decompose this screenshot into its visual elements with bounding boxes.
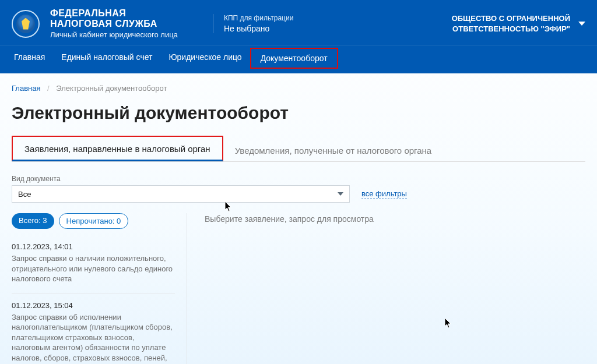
nav-home[interactable]: Главная [6, 45, 53, 73]
list-item[interactable]: 01.12.2023, 15:04 Запрос справки об испо… [12, 294, 175, 364]
kpp-filter[interactable]: КПП для фильтрации Не выбрано [213, 14, 293, 33]
tab-sent[interactable]: Заявления, направленные в налоговый орга… [12, 136, 223, 161]
chevron-down-icon [338, 192, 343, 196]
org-name: ОБЩЕСТВО С ОГРАНИЧЕННОЙ ОТВЕТСТВЕННОСТЬЮ… [410, 13, 570, 34]
filter-kind: Вид документа Все [12, 175, 350, 203]
filter-kind-value: Все [18, 190, 31, 199]
tabs: Заявления, направленные в налоговый орга… [12, 136, 585, 162]
all-filters-link[interactable]: все фильтры [361, 189, 407, 199]
header-left: ФЕДЕРАЛЬНАЯ НАЛОГОВАЯ СЛУЖБА Личный каби… [48, 8, 402, 39]
item-desc: Запрос справки о наличии положительного,… [12, 253, 175, 284]
left-col: Всего: 3 Непрочитано: 0 01.12.2023, 14:0… [12, 213, 175, 364]
item-desc: Запрос справки об исполнении налогоплате… [12, 312, 175, 364]
header: ФЕДЕРАЛЬНАЯ НАЛОГОВАЯ СЛУЖБА Личный каби… [0, 0, 597, 45]
nav-account[interactable]: Единый налоговый счет [53, 45, 160, 73]
item-date: 01.12.2023, 15:04 [12, 301, 175, 310]
kpp-label: КПП для фильтрации [224, 14, 293, 22]
filter-row: Вид документа Все все фильтры [12, 175, 585, 203]
kpp-value: Не выбрано [224, 24, 293, 33]
header-title-line2: НАЛОГОВАЯ СЛУЖБА [50, 19, 178, 29]
right-placeholder: Выберите заявление, запрос для просмотра [205, 214, 585, 224]
pill-row: Всего: 3 Непрочитано: 0 [12, 213, 175, 229]
nav-docs[interactable]: Документооборот [250, 48, 338, 69]
header-title-line1: ФЕДЕРАЛЬНАЯ [50, 8, 178, 19]
fns-emblem-icon [12, 10, 40, 38]
header-titles: ФЕДЕРАЛЬНАЯ НАЛОГОВАЯ СЛУЖБА Личный каби… [50, 8, 178, 39]
breadcrumb-current: Электронный документооборот [56, 84, 167, 93]
page-title: Электронный документооборот [12, 103, 585, 123]
content: Главная / Электронный документооборот Эл… [0, 73, 597, 364]
nav-legal[interactable]: Юридическое лицо [160, 45, 250, 73]
right-col: Выберите заявление, запрос для просмотра [187, 213, 585, 364]
main-nav: Главная Единый налоговый счет Юридическо… [0, 45, 597, 73]
breadcrumb-sep: / [47, 84, 50, 93]
item-date: 01.12.2023, 14:01 [12, 242, 175, 251]
org-select[interactable]: ОБЩЕСТВО С ОГРАНИЧЕННОЙ ОТВЕТСТВЕННОСТЬЮ… [410, 13, 585, 34]
chevron-down-icon [578, 22, 585, 26]
filter-kind-select[interactable]: Все [12, 185, 350, 203]
list-item[interactable]: 01.12.2023, 14:01 Запрос справки о налич… [12, 239, 175, 294]
body-row: Всего: 3 Непрочитано: 0 01.12.2023, 14:0… [12, 213, 585, 364]
breadcrumb-home[interactable]: Главная [12, 84, 40, 93]
pill-total[interactable]: Всего: 3 [12, 213, 54, 229]
tab-received[interactable]: Уведомления, полученные от налогового ор… [223, 139, 444, 161]
header-subtitle: Личный кабинет юридического лица [50, 30, 178, 39]
breadcrumb: Главная / Электронный документооборот [12, 84, 585, 93]
pill-unread[interactable]: Непрочитано: 0 [59, 213, 129, 229]
filter-kind-label: Вид документа [12, 175, 350, 183]
